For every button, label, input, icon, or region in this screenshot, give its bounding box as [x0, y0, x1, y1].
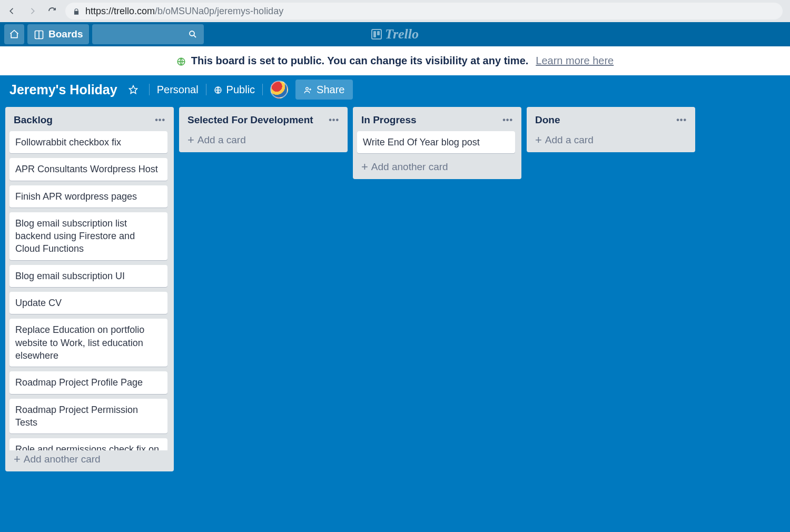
globe-icon	[176, 55, 186, 67]
card[interactable]: APR Consultants Wordpress Host	[9, 158, 167, 180]
share-button[interactable]: Share	[295, 80, 353, 100]
board-header: Jeremy's Holiday Personal Public Share	[0, 75, 790, 104]
add-card-button[interactable]: +Add another card	[9, 450, 170, 466]
personal-label: Personal	[157, 84, 199, 96]
trello-top-bar: Boards Trello	[0, 22, 790, 46]
boards-button[interactable]: Boards	[27, 24, 89, 44]
svg-marker-5	[129, 86, 137, 94]
add-card-button[interactable]: +Add another card	[357, 158, 517, 174]
card[interactable]: Blog email subscription list backend usi…	[9, 212, 167, 260]
svg-point-7	[306, 87, 309, 90]
list-title[interactable]: Done	[535, 114, 560, 126]
card[interactable]: Followrabbit checkbox fix	[9, 131, 167, 153]
card[interactable]: Update CV	[9, 292, 167, 314]
card[interactable]: Roadmap Project Profile Page	[9, 371, 167, 393]
list-title[interactable]: Backlog	[14, 114, 53, 126]
personal-button[interactable]: Personal	[157, 84, 199, 96]
trello-logo-icon	[371, 29, 382, 40]
public-label: Public	[226, 84, 255, 96]
list: Done•••+Add a card	[527, 107, 695, 152]
search-input[interactable]	[92, 24, 204, 44]
card[interactable]: Write End Of Year blog post	[357, 131, 515, 153]
star-button[interactable]	[125, 81, 142, 98]
url-host: https://trello.com	[85, 6, 155, 16]
notice-text: This board is set to public. You can cha…	[191, 55, 529, 67]
browser-nav-icons	[7, 6, 57, 16]
url-text: https://trello.com/b/oMSUNa0p/jeremys-ho…	[85, 6, 283, 17]
list-menu-icon[interactable]: •••	[676, 115, 687, 125]
home-button[interactable]	[4, 24, 24, 44]
list: Backlog•••Followrabbit checkbox fixAPR C…	[5, 107, 174, 471]
add-card-label: Add a card	[197, 134, 246, 146]
separator	[262, 84, 263, 95]
card[interactable]: Blog email subscription UI	[9, 265, 167, 287]
list-menu-icon[interactable]: •••	[329, 115, 339, 125]
list-header: Backlog•••	[9, 112, 170, 131]
add-card-label: Add another card	[24, 454, 101, 465]
plus-icon: +	[535, 135, 542, 145]
forward-icon[interactable]	[27, 6, 37, 16]
lock-icon	[73, 6, 80, 17]
add-card-button[interactable]: +Add a card	[183, 131, 343, 147]
notice-link[interactable]: Learn more here	[536, 55, 614, 67]
add-card-label: Add another card	[371, 161, 448, 173]
add-card-label: Add a card	[545, 134, 594, 146]
list: In Progress•••Write End Of Year blog pos…	[353, 107, 521, 179]
list-menu-icon[interactable]: •••	[502, 115, 513, 125]
url-path: /b/oMSUNa0p/jeremys-holiday	[155, 6, 283, 16]
card[interactable]: Replace Education on portfolio website t…	[9, 319, 167, 367]
add-card-button[interactable]: +Add a card	[531, 131, 691, 147]
list-header: Selected For Development•••	[183, 112, 343, 131]
avatar[interactable]	[270, 81, 288, 98]
plus-icon: +	[14, 455, 21, 464]
trello-logo[interactable]: Trello	[371, 22, 419, 46]
cards-container: Write End Of Year blog post	[357, 131, 517, 158]
list-menu-icon[interactable]: •••	[155, 115, 165, 125]
plus-icon: +	[361, 162, 368, 172]
plus-icon: +	[187, 135, 194, 145]
list-header: Done•••	[531, 112, 691, 131]
list-header: In Progress•••	[357, 112, 517, 131]
list: Selected For Development•••+Add a card	[179, 107, 348, 152]
globe-icon	[214, 84, 222, 96]
boards-label: Boards	[48, 28, 83, 40]
board-area: Backlog•••Followrabbit checkbox fixAPR C…	[0, 104, 790, 532]
card[interactable]: Role and permissions check fix on IOU-bo…	[9, 438, 167, 450]
back-icon[interactable]	[7, 6, 17, 16]
reload-icon[interactable]	[47, 6, 57, 16]
url-bar[interactable]: https://trello.com/b/oMSUNa0p/jeremys-ho…	[65, 3, 783, 19]
boards-icon	[34, 28, 44, 40]
cards-container: Followrabbit checkbox fixAPR Consultants…	[9, 131, 170, 450]
trello-logo-text: Trello	[385, 26, 419, 42]
list-title[interactable]: In Progress	[361, 114, 417, 126]
share-icon	[304, 84, 312, 96]
separator	[206, 84, 206, 95]
board-title[interactable]: Jeremy's Holiday	[9, 82, 117, 97]
search-icon	[188, 29, 197, 40]
separator	[149, 84, 150, 95]
card[interactable]: Finish APR wordpress pages	[9, 185, 167, 208]
list-title[interactable]: Selected For Development	[187, 114, 313, 126]
share-label: Share	[317, 84, 344, 96]
browser-bar: https://trello.com/b/oMSUNa0p/jeremys-ho…	[0, 0, 790, 22]
card[interactable]: Roadmap Project Permission Tests	[9, 399, 167, 434]
visibility-button[interactable]: Public	[214, 84, 255, 96]
svg-point-2	[190, 31, 194, 36]
public-notice-bar: This board is set to public. You can cha…	[0, 46, 790, 75]
svg-line-3	[194, 35, 196, 37]
